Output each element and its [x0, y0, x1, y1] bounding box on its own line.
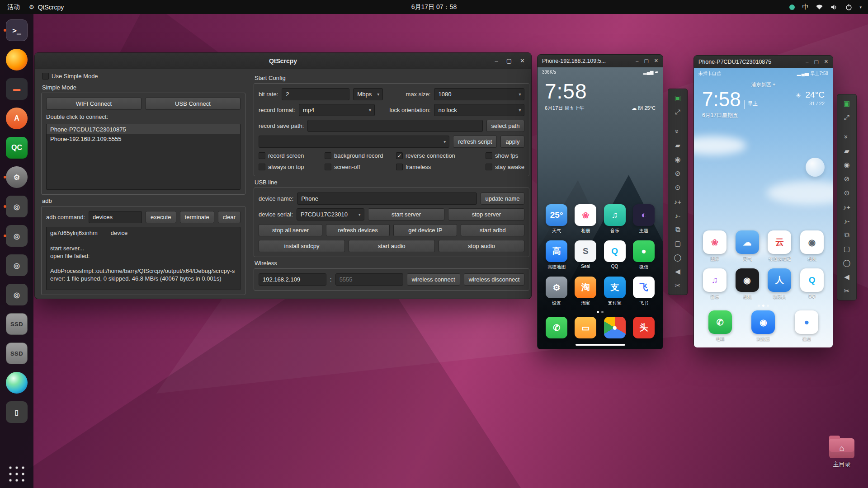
terminate-button[interactable]: terminate [180, 211, 214, 223]
phone-screen[interactable]: 396K/s ▂▄▆ ▰ 7:58 6月17日 周五上午 ☁ 阴 25°C [538, 67, 663, 349]
focused-app-menu[interactable]: ⚙ QtScrcpy [29, 4, 64, 11]
titlebar[interactable]: QtScrcpy – ▢ ✕ [35, 53, 531, 69]
fullscreen-icon[interactable]: ⤢ [668, 108, 687, 117]
max-size-select[interactable]: 1080 ▾ [434, 88, 524, 100]
phone-app-icon[interactable]: ✆ 电话 [698, 310, 742, 342]
screen-on-icon[interactable]: ◉ [668, 155, 687, 164]
app-icon[interactable]: ◉ 相机 [731, 268, 764, 300]
install-sndcpy-button[interactable]: install sndcpy [259, 240, 345, 252]
apply-button[interactable]: apply [500, 136, 524, 148]
app-icon[interactable]: 云 有道云笔记 [764, 230, 796, 262]
stop-all-server-button[interactable]: stop all server [259, 224, 322, 236]
cast-screen-icon[interactable]: ▣ [837, 99, 856, 108]
screen-on-icon[interactable]: ◉ [837, 160, 856, 169]
dock-item[interactable]: ◎ [2, 282, 31, 307]
power-icon[interactable]: ⊙ [837, 188, 856, 197]
close-button[interactable]: ✕ [520, 57, 525, 64]
record-save-path-input[interactable] [307, 120, 482, 132]
messages-app-icon[interactable]: ● 信息 [785, 310, 828, 342]
use-simple-mode-checkbox[interactable]: Use Simple Mode [42, 73, 245, 80]
app-switch-icon[interactable]: ⧉ [668, 225, 687, 234]
stop-server-button[interactable]: stop server [448, 208, 524, 221]
bit-rate-unit-select[interactable]: Mbps ▾ [353, 88, 383, 100]
home-folder-shortcut[interactable]: ⌂ 主目录 [825, 438, 859, 469]
dock-item[interactable]: ◎ [2, 223, 31, 249]
maximize-button[interactable]: ▢ [814, 59, 818, 65]
wireless-port-input[interactable] [335, 273, 403, 286]
stop-audio-button[interactable]: stop audio [439, 240, 525, 252]
menu-icon[interactable]: ▢ [837, 244, 856, 253]
usb-connect-button[interactable]: USB Connect [145, 98, 241, 110]
config-option-checkbox[interactable]: frameless [396, 164, 483, 170]
screen-off-icon[interactable]: ⊘ [668, 169, 687, 178]
location-widget[interactable]: 浦东新区 ⌖ [694, 81, 833, 88]
dock-item[interactable]: ◎ [2, 194, 31, 219]
menu-icon[interactable]: ▢ [668, 239, 687, 248]
device-serial-select[interactable]: P7CDU17C23010 ▾ [297, 208, 364, 221]
update-name-button[interactable]: update name [481, 192, 525, 205]
dock-item[interactable] [2, 47, 31, 72]
app-icon[interactable]: ☁ 天气 [731, 230, 764, 262]
minimize-button[interactable]: – [636, 58, 638, 64]
browser-app-icon[interactable]: ◉ 浏览器 [742, 310, 785, 342]
app-icon[interactable]: 飞 飞书 [629, 277, 658, 306]
execute-button[interactable]: execute [146, 211, 176, 223]
dock-item[interactable] [2, 458, 31, 483]
app-icon[interactable]: 25° 天气 [542, 204, 571, 234]
volume-down-icon[interactable]: ♪- [837, 216, 856, 225]
clock-button[interactable]: 6月17日 07：58 [411, 3, 457, 10]
screenshot-icon[interactable]: ✂ [837, 286, 856, 296]
dock-item[interactable] [2, 370, 31, 395]
app-icon[interactable]: 支 支付宝 [600, 277, 629, 306]
app-icon[interactable]: ◐ 主题 [629, 204, 658, 234]
phone-app-icon[interactable]: ✆ [542, 317, 571, 338]
activities-button[interactable]: 活动 [7, 3, 20, 11]
get-device-ip-button[interactable]: get device IP [393, 224, 457, 236]
app-icon[interactable]: 人 联系人 [764, 268, 796, 300]
config-option-checkbox[interactable]: stay awake [486, 164, 524, 170]
app-icon[interactable]: Q QQ [600, 240, 629, 270]
wireless-ip-input[interactable] [259, 273, 326, 286]
home-icon[interactable]: ◯ [668, 253, 687, 262]
volume-down-icon[interactable]: ♪- [668, 211, 687, 220]
maximize-button[interactable]: ▢ [506, 57, 512, 64]
config-option-checkbox[interactable]: screen-off [325, 164, 393, 170]
dock-item[interactable]: QC [2, 135, 31, 160]
weather-widget[interactable]: ☀ 24°C 31 / 22 [796, 90, 825, 106]
close-button[interactable]: ✕ [654, 58, 658, 64]
phone-screen[interactable]: 未插卡自营 ▂▄▆ 早上7:58 浦东新区 ⌖ 7:58 早上 ☀ 24 [694, 68, 833, 347]
minimize-button[interactable]: – [806, 59, 808, 65]
dock-item[interactable]: ▯ [2, 399, 31, 425]
start-audio-button[interactable]: start audio [349, 240, 435, 252]
dock-item[interactable]: SSD [2, 311, 31, 337]
app-icon[interactable]: ● 微信 [629, 240, 658, 270]
chrome-icon[interactable]: ● [600, 317, 629, 338]
close-button[interactable]: ✕ [824, 59, 828, 65]
record-format-select[interactable]: mp4 ▾ [299, 104, 375, 116]
fullscreen-icon[interactable]: ⤢ [837, 113, 856, 122]
adb-log-output[interactable]: ga7d65ylnj6xinhm device start server... … [46, 227, 241, 290]
wireless-connect-button[interactable]: wireless connect [407, 273, 460, 286]
touch-icon[interactable]: ▰ [837, 146, 856, 155]
dock-item[interactable]: >_ [2, 18, 31, 43]
screen-off-icon[interactable]: ⊘ [837, 174, 856, 183]
app-icon[interactable]: ❀ 图库 [698, 230, 731, 262]
app-icon[interactable]: 高 高德地图 [542, 240, 571, 270]
back-icon[interactable]: ◀ [668, 267, 687, 276]
volume-up-icon[interactable]: ♪+ [668, 197, 687, 206]
wireless-disconnect-button[interactable]: wireless disconnect [464, 273, 525, 286]
clear-button[interactable]: clear [218, 211, 241, 223]
app-icon[interactable]: ♫ 音乐 [600, 204, 629, 234]
refresh-devices-button[interactable]: refresh devices [326, 224, 390, 236]
app-icon[interactable]: ♫ 音乐 [698, 268, 731, 300]
config-option-checkbox[interactable]: always on top [259, 164, 322, 170]
adb-command-input[interactable] [89, 211, 142, 223]
collapse-icon[interactable]: » [842, 127, 851, 146]
power-icon[interactable]: ⊙ [668, 183, 687, 192]
messages-app-icon[interactable]: ▭ [571, 317, 600, 338]
collapse-icon[interactable]: » [673, 122, 682, 141]
select-path-button[interactable]: select path [486, 120, 525, 132]
config-option-checkbox[interactable]: record screen [259, 152, 322, 159]
start-adbd-button[interactable]: start adbd [461, 224, 524, 236]
weather-widget[interactable]: ☁ 阴 25°C [632, 105, 656, 112]
